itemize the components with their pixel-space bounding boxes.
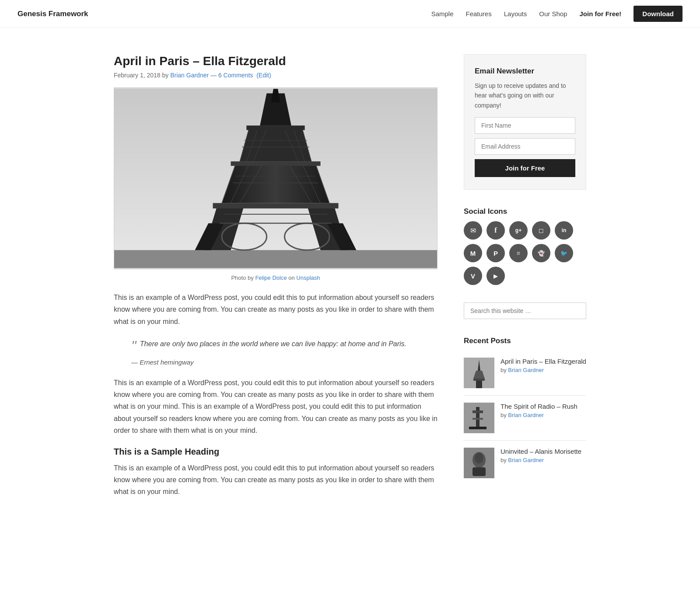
post-edit: (Edit) xyxy=(256,72,271,79)
recent-post-title-1: April in Paris – Ella Fitzgerald xyxy=(500,358,586,365)
recent-post-info-3: Uninvited – Alanis Morisette by Brian Ga… xyxy=(500,448,586,463)
recent-post-author-1[interactable]: Brian Gardner xyxy=(508,367,544,373)
blockquote-text: There are only two places in the world w… xyxy=(140,340,406,348)
photo-credit: Photo by Felipe Dolce on Unsplash xyxy=(114,275,438,281)
post-featured-image xyxy=(114,87,438,269)
post-comments-link[interactable]: 6 Comments xyxy=(218,72,253,79)
post-blockquote: " There are only two places in the world… xyxy=(122,338,438,366)
social-icons-grid: ✉ f g+ ◻ in M P ⌗ 👻 🐦 V ▶ xyxy=(464,221,586,285)
nav-sample[interactable]: Sample xyxy=(431,10,454,17)
svg-rect-6 xyxy=(213,203,339,209)
nav-layouts[interactable]: Layouts xyxy=(504,10,527,17)
recent-post-info-1: April in Paris – Ella Fitzgerald by Bria… xyxy=(500,358,586,373)
nav-our-shop[interactable]: Our Shop xyxy=(539,10,567,17)
post-author-link[interactable]: Brian Gardner xyxy=(170,72,209,79)
svg-rect-24 xyxy=(246,125,304,130)
recent-post-by-2: by Brian Gardner xyxy=(500,412,586,418)
svg-rect-1 xyxy=(114,250,437,268)
search-widget xyxy=(464,303,586,319)
post-paragraph-2: This is an example of a WordPress post, … xyxy=(114,377,438,436)
recent-post-thumb-2 xyxy=(464,403,494,433)
main-content: April in Paris – Ella Fitzgerald Februar… xyxy=(114,54,438,507)
recent-post-item-3: Uninvited – Alanis Morisette by Brian Ga… xyxy=(464,441,586,485)
main-nav: Sample Features Layouts Our Shop Join fo… xyxy=(431,6,682,22)
newsletter-title: Email Newsletter xyxy=(475,67,575,76)
search-input[interactable] xyxy=(464,303,586,319)
recent-post-info-2: The Spirit of Radio – Rush by Brian Gard… xyxy=(500,403,586,418)
recent-posts-title: Recent Posts xyxy=(464,337,586,345)
svg-rect-40 xyxy=(472,410,483,413)
facebook-icon[interactable]: f xyxy=(486,221,505,240)
email-address-field[interactable] xyxy=(475,138,575,155)
post-meta: February 1, 2018 by Brian Gardner — 6 Co… xyxy=(114,72,438,79)
svg-rect-41 xyxy=(472,418,483,420)
newsletter-widget: Email Newsletter Sign up to receive upda… xyxy=(464,54,586,190)
post-title: April in Paris – Ella Fitzgerald xyxy=(114,54,438,68)
newsletter-desc: Sign up to receive updates and to hear w… xyxy=(475,81,575,110)
recent-post-by-3: by Brian Gardner xyxy=(500,457,586,463)
post-date: February 1, 2018 xyxy=(114,72,161,79)
recent-post-thumb-1 xyxy=(464,358,494,388)
recent-post-author-2[interactable]: Brian Gardner xyxy=(508,412,544,418)
recent-posts-widget: Recent Posts April in Paris – Ella Fitzg… xyxy=(464,337,586,485)
post-paragraph-1: This is an example of a WordPress post, … xyxy=(114,292,438,327)
recent-post-by-1: by Brian Gardner xyxy=(500,367,586,373)
svg-marker-17 xyxy=(240,129,312,161)
svg-marker-9 xyxy=(222,165,329,203)
nav-join[interactable]: Join for Free! xyxy=(579,10,621,17)
svg-rect-16 xyxy=(231,161,321,166)
site-header: Genesis Framework Sample Features Layout… xyxy=(0,0,700,28)
recent-post-title-2: The Spirit of Radio – Rush xyxy=(500,403,586,410)
google-plus-icon[interactable]: g+ xyxy=(509,221,528,240)
join-for-free-button[interactable]: Join for Free xyxy=(475,159,575,177)
recent-post-thumb-3 xyxy=(464,448,494,478)
post-paragraph-3: This is an example of a WordPress post, … xyxy=(114,462,438,498)
site-title: Genesis Framework xyxy=(18,10,88,18)
photo-credit-author[interactable]: Felipe Dolce xyxy=(255,275,287,281)
recent-post-item-1: April in Paris – Ella Fitzgerald by Bria… xyxy=(464,351,586,396)
svg-rect-36 xyxy=(473,379,485,381)
recent-post-title-3: Uninvited – Alanis Morisette xyxy=(500,448,586,455)
first-name-field[interactable] xyxy=(475,117,575,134)
pinterest-icon[interactable]: P xyxy=(486,244,505,262)
download-button[interactable]: Download xyxy=(634,6,682,22)
social-icons-widget: Social Icons ✉ f g+ ◻ in M P ⌗ 👻 🐦 V ▶ xyxy=(464,207,586,285)
site-content: April in Paris – Ella Fitzgerald Februar… xyxy=(96,28,604,533)
social-icons-title: Social Icons xyxy=(464,207,586,216)
blockquote-cite: — Ernest hemingway xyxy=(131,358,194,366)
recent-post-author-3[interactable]: Brian Gardner xyxy=(508,457,544,463)
sidebar: Email Newsletter Sign up to receive upda… xyxy=(464,54,586,507)
photo-credit-platform[interactable]: Unsplash xyxy=(296,275,320,281)
vimeo-icon[interactable]: V xyxy=(464,267,482,285)
post-body: This is an example of a WordPress post, … xyxy=(114,292,438,497)
medium-icon[interactable]: M xyxy=(464,244,482,262)
svg-rect-42 xyxy=(469,427,486,429)
svg-point-45 xyxy=(475,453,483,463)
svg-rect-46 xyxy=(472,467,486,476)
snapchat-icon[interactable]: 👻 xyxy=(532,244,550,262)
email-icon[interactable]: ✉ xyxy=(464,221,482,240)
twitter-icon[interactable]: 🐦 xyxy=(555,244,573,262)
rss-icon[interactable]: ⌗ xyxy=(509,244,528,262)
recent-post-item-2: The Spirit of Radio – Rush by Brian Gard… xyxy=(464,396,586,441)
post-subheading: This is a Sample Heading xyxy=(114,447,438,457)
linkedin-icon[interactable]: in xyxy=(555,221,573,240)
nav-features[interactable]: Features xyxy=(466,10,492,17)
instagram-icon[interactable]: ◻ xyxy=(532,221,550,240)
quote-mark-icon: " xyxy=(131,338,136,354)
youtube-icon[interactable]: ▶ xyxy=(486,267,505,285)
